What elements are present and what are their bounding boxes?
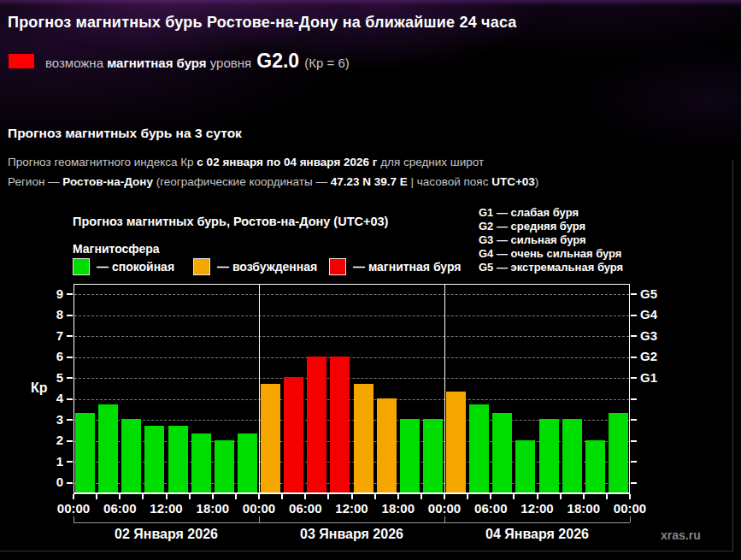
page-title: Прогноз магнитных бурь Ростове-на-Дону н… [8,14,517,32]
day-bracket-tick [259,516,260,522]
day-label: 04 Января 2026 [485,527,589,542]
alert-prefix: возможна [45,56,107,70]
x-tick-label: 12:00 [150,501,182,516]
plot-area: Кр xras.ru 0123456789G1G2G3G4G500:0006:0… [74,284,630,493]
region-line: Регион — Ростов-на-Дону (географические … [8,175,538,188]
x-tick [304,494,306,499]
g-scale-legend: G1 — слабая буря G2 — средняя буря G3 — … [479,206,623,274]
kp-bar [261,384,280,492]
kp-bar [539,419,559,492]
x-tick [537,494,538,499]
g-scale-item: G5 — экстремальная буря [479,261,623,274]
alert-storm-label: магнитная буря [107,56,206,70]
legend-swatch-quiet [73,258,90,275]
y-tick [67,357,73,358]
g-scale-item: G3 — сильная буря [479,233,623,247]
grid-line [74,294,629,295]
g-axis-label: G3 [640,328,657,343]
x-tick-label: 06:00 [103,501,136,516]
kp-bar [75,413,95,492]
y-tick [67,293,73,295]
x-tick [467,494,468,499]
forecast-period-line: Прогноз геомагнитного индекса Кр с 02 ян… [8,156,484,168]
y-tick-right [631,335,637,337]
y-tick-label: 4 [34,391,63,405]
alert-level: G2.0 [256,50,299,73]
x-tick [327,494,329,499]
kp-bar [423,419,443,492]
y-tick [67,440,73,442]
y-tick-label: 3 [34,412,63,427]
x-tick-label: 18:00 [197,501,229,516]
y-tick [67,377,73,379]
storm-level-swatch [9,54,34,68]
grid-line [74,399,629,400]
y-tick-label: 2 [34,433,63,447]
g-scale-item: G2 — средняя буря [479,220,623,233]
page: Прогноз магнитных бурь Ростове-на-Дону н… [0,0,741,560]
legend-swatch-excited [193,258,210,275]
g-axis-label: G5 [640,286,657,301]
day-bracket-tick [74,516,74,522]
x-tick-label: 18:00 [382,501,415,516]
x-tick [166,494,168,499]
g-axis-label: G4 [640,307,657,321]
storm-alert: возможна магнитная буря уровня G2.0 (Кр … [9,50,350,73]
x-tick-label: 12:00 [520,501,553,516]
x-tick-label: 00:00 [243,501,275,516]
legend-swatch-storm [329,258,346,275]
x-tick [560,494,562,499]
y-tick-right [631,482,637,484]
x-tick [73,494,74,499]
kp-bar [609,413,628,492]
kp-bar [121,419,141,492]
x-tick-label: 00:00 [57,501,90,516]
kp-bar [400,419,420,492]
g-scale-item: G4 — очень сильная буря [479,247,623,261]
y-tick-right [631,315,637,316]
day-label: 03 Января 2026 [300,527,403,542]
day-label: 02 Января 2026 [115,527,218,542]
y-tick-label: 6 [34,349,63,363]
x-tick [490,494,491,499]
kp-bar [492,413,512,492]
x-tick [606,494,608,499]
day-bracket-tick [444,516,445,522]
legend-item-excited: — возбужденная [193,258,317,275]
alert-kp-note: (Кр = 6) [301,56,350,70]
x-tick [374,494,376,499]
y-tick-label: 9 [34,286,63,301]
plot-border-right [629,284,630,493]
y-tick [67,398,73,400]
three-day-title: Прогноз магнитных бурь на 3 суток [8,126,242,141]
grid-line [74,357,629,358]
y-tick-right [631,293,637,295]
kp-bar [307,357,326,492]
grid-line [74,336,629,337]
legend-item-storm: — магнитная буря [329,258,462,275]
grid-line [74,378,629,379]
y-tick-right [631,377,637,379]
frame-border-bottom [0,551,733,551]
y-tick-label: 5 [34,370,63,385]
g-scale-item: G1 — слабая буря [479,206,623,220]
y-tick-right [631,398,637,400]
y-tick [67,482,73,484]
x-tick-label: 06:00 [289,501,321,516]
kp-bar [215,440,234,492]
y-tick [67,461,73,463]
kp-bar [446,392,466,492]
x-tick [142,494,144,499]
y-tick-right [631,357,637,358]
g-axis-label: G1 [640,370,657,385]
day-bracket-tick [630,516,631,522]
x-tick-label: 18:00 [568,501,600,516]
day-separator [444,284,445,493]
x-tick [397,494,399,499]
y-tick-label: 7 [34,328,63,343]
kp-bar [191,433,211,492]
y-tick-label: 0 [34,475,63,489]
legend-item-quiet: — спокойная [73,258,174,275]
frame-border-right [732,160,733,551]
g-axis-label: G2 [640,349,657,363]
